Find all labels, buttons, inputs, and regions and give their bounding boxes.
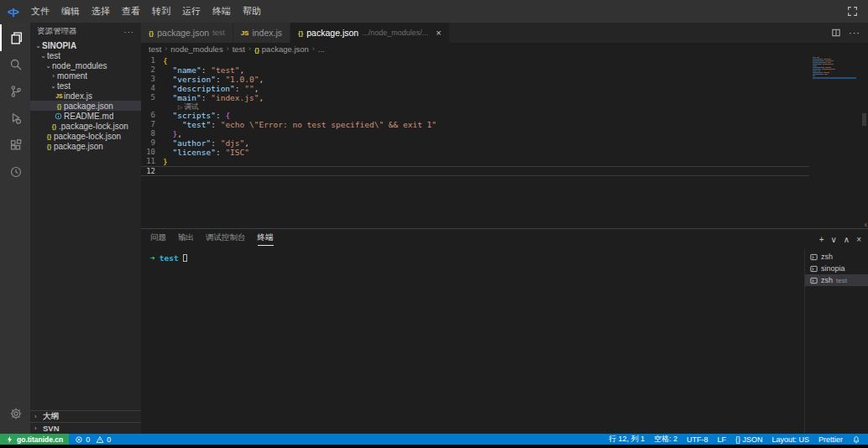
tree-item-test-inner[interactable]: ⌄test [30, 81, 141, 91]
run-debug-icon[interactable] [0, 105, 30, 132]
terminal-list-item[interactable]: zshtest [805, 274, 868, 286]
json-file-icon: {} [44, 143, 54, 149]
code-line: 10 "license": "ISC" [141, 148, 868, 157]
line-number: 11 [141, 157, 163, 166]
tree-item-sinopia[interactable]: ⌄SINOPIA [30, 40, 141, 50]
search-icon[interactable] [0, 51, 30, 78]
panel-maximize-panel-icon[interactable]: ∧ [844, 235, 850, 244]
tree-item-package-json[interactable]: {}package.json [30, 141, 141, 151]
bottom-strip [0, 445, 868, 448]
terminal-prompt-arrow: ➜ [150, 253, 155, 263]
tab-index-js[interactable]: JSindex.js [233, 23, 290, 43]
section-svn[interactable]: ›SVN [30, 422, 141, 434]
panel-close-panel-icon[interactable]: × [856, 235, 861, 244]
chevron-right-icon: › [34, 425, 43, 432]
breadcrumb-item[interactable]: ... [318, 44, 325, 54]
line-content: "test": "echo \"Error: no test specified… [163, 120, 437, 129]
statusbar-keyboard-layout[interactable]: Layout: US [771, 435, 809, 444]
code-line: 5 "main": "index.js", [141, 93, 868, 102]
line-content: "main": "index.js", [163, 93, 264, 102]
editor-tab-bar: {}package.jsontestJSindex.js{}package.js… [141, 23, 868, 43]
panel-tab-problems[interactable]: 问题 [150, 232, 166, 246]
menu-help[interactable]: 帮助 [237, 5, 267, 18]
clock-icon[interactable] [0, 159, 30, 185]
menu-selection[interactable]: 选择 [86, 5, 116, 18]
chevron-down-icon: ⌄ [39, 52, 47, 60]
tree-item-readme-md[interactable]: README.md [30, 111, 141, 121]
line-number: 5 [141, 93, 163, 102]
tree-item-index-js[interactable]: JSindex.js [30, 91, 141, 101]
problems-indicator[interactable]: 0 0 [69, 435, 120, 444]
extensions-icon[interactable] [0, 132, 30, 159]
statusbar-encoding[interactable]: UTF-8 [687, 435, 709, 444]
menu-file[interactable]: 文件 [25, 5, 55, 18]
explorer-title: 资源管理器 [37, 26, 77, 37]
warning-icon [96, 435, 104, 444]
tree-item-package-lock[interactable]: {}package-lock.json [30, 131, 141, 141]
tree-item-label: SINOPIA [42, 41, 76, 50]
codelens-debug-link[interactable]: ▷调试 [141, 102, 868, 111]
breadcrumb-item[interactable]: {} package.json [254, 44, 309, 54]
notifications-bell-icon[interactable] [852, 435, 860, 444]
breadcrumb-separator-icon: › [312, 44, 315, 53]
explorer-more-actions-icon[interactable]: ··· [124, 27, 135, 36]
line-content: }, [163, 129, 182, 138]
app-logo-icon: <|> [8, 7, 18, 17]
source-control-icon[interactable] [0, 78, 30, 105]
tree-item-node-modules[interactable]: ⌄node_modules [30, 60, 141, 70]
menu-go[interactable]: 转到 [146, 5, 176, 18]
statusbar-eol[interactable]: LF [717, 435, 726, 444]
menu-run[interactable]: 运行 [176, 5, 207, 18]
editor-more-actions-icon[interactable]: ··· [849, 28, 860, 38]
bottom-panel: 问题输出调试控制台终端 +∨∧× ➜test zshsinopiazshtest [141, 228, 868, 434]
close-tab-icon[interactable]: × [436, 28, 441, 38]
error-icon [75, 435, 83, 444]
section-outline[interactable]: ›大纲 [30, 410, 141, 422]
tree-item-dot-package-lock[interactable]: {}.package-lock.json [30, 121, 141, 131]
terminal-list-item[interactable]: sinopia [805, 263, 868, 274]
menu-edit[interactable]: 编辑 [55, 5, 86, 18]
statusbar-cursor-position[interactable]: 行 12, 列 1 [609, 434, 645, 445]
statusbar-language-mode[interactable]: {} JSON [735, 435, 763, 444]
breadcrumb-item[interactable]: test [149, 44, 161, 54]
statusbar-formatter[interactable]: Prettier [818, 435, 843, 444]
statusbar-indentation[interactable]: 空格: 2 [654, 434, 677, 445]
tab-package-json-node-modules[interactable]: {}package.json.../node_modules/...× [290, 23, 450, 43]
tree-item-test[interactable]: ⌄test [30, 50, 141, 60]
menu-terminal[interactable]: 终端 [207, 5, 237, 18]
code-line: 9 "author": "djs", [141, 138, 868, 148]
settings-gear-icon[interactable] [0, 400, 30, 427]
tree-item-label: test [57, 81, 71, 91]
chevron-down-icon: ⌄ [34, 42, 42, 49]
tree-item-label: package-lock.json [54, 132, 121, 141]
remote-indicator[interactable]: go.titanide.cn [0, 434, 69, 445]
breadcrumb-separator-icon: › [165, 44, 167, 53]
json-file-icon: {} [55, 103, 64, 109]
menu-view[interactable]: 查看 [116, 5, 146, 18]
tree-item-package-json-inner[interactable]: {}package.json [30, 101, 141, 111]
split-editor-icon[interactable] [831, 28, 841, 38]
panel-tab-output[interactable]: 输出 [178, 232, 194, 246]
chevron-left-icon[interactable]: ‹ [865, 221, 867, 229]
breadcrumb-item[interactable]: node_modules [170, 44, 222, 54]
panel-tab-debug-console[interactable]: 调试控制台 [206, 232, 246, 246]
files-icon[interactable] [0, 24, 30, 51]
minimap[interactable] [813, 57, 856, 79]
panel-terminal-dropdown-icon[interactable]: ∨ [831, 235, 837, 244]
terminal-icon [810, 265, 818, 273]
code-editor[interactable]: 1{2 "name": "test",3 "version": "1.0.0",… [141, 55, 868, 228]
editor-scrollbar[interactable] [862, 113, 866, 126]
tab-package-json-test[interactable]: {}package.jsontest [141, 23, 233, 43]
fullscreen-toggle-icon[interactable] [847, 6, 858, 17]
terminal-item-suffix: test [836, 277, 847, 284]
line-number: 7 [141, 120, 163, 129]
terminal-viewport[interactable]: ➜test [141, 249, 804, 434]
breadcrumb-item[interactable]: test [233, 44, 245, 54]
terminal-list-item[interactable]: zsh [805, 251, 868, 263]
line-content: "license": "ISC" [163, 148, 249, 157]
panel-new-terminal-icon[interactable]: + [819, 235, 824, 244]
tree-item-moment[interactable]: ›moment [30, 70, 141, 81]
panel-tab-terminal[interactable]: 终端 [258, 232, 274, 246]
json-file-icon: {} [50, 123, 59, 129]
json-file-icon: {} [254, 46, 259, 54]
